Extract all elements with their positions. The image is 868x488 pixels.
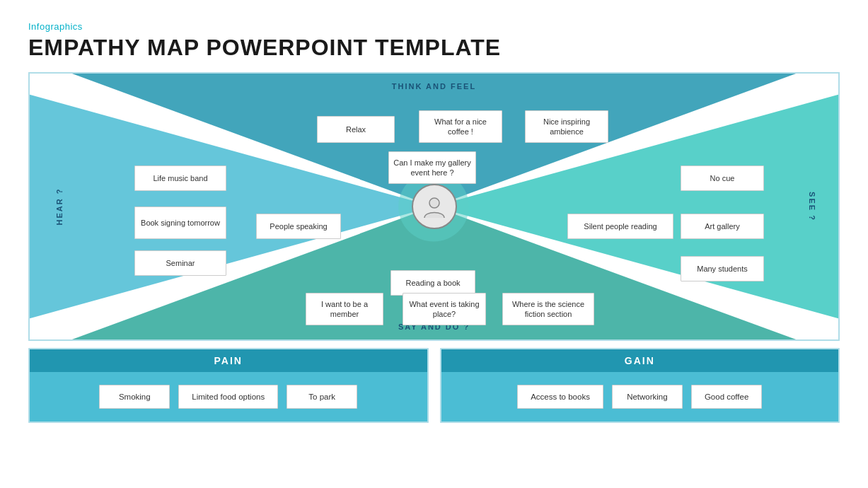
- pain-body: Smoking Limited food options To park: [30, 372, 427, 422]
- box-art-gallery: Art gallery: [681, 214, 764, 239]
- avatar: [412, 184, 457, 229]
- box-nice-ambience: Nice inspiring ambience: [525, 110, 608, 143]
- box-want-member: I want to be a member: [306, 293, 383, 325]
- pain-section: PAIN Smoking Limited food options To par…: [28, 348, 429, 423]
- box-can-gallery: Can I make my gallery event here ?: [388, 151, 476, 184]
- hear-label: HEAR ?: [55, 188, 64, 226]
- pain-item-3: To park: [287, 385, 357, 409]
- gain-item-1: Access to books: [517, 385, 603, 409]
- box-what-event: What event is taking place?: [403, 293, 486, 325]
- box-life-music: Life music band: [134, 165, 226, 191]
- gain-section: GAIN Access to books Networking Good cof…: [440, 348, 840, 423]
- box-book-signing: Book signing tomorrow: [134, 207, 226, 239]
- pain-item-1: Smoking: [99, 385, 170, 409]
- gain-item-3: Good coffee: [691, 385, 762, 409]
- box-silent-reading: Silent people reading: [567, 214, 673, 239]
- box-many-students: Many students: [681, 256, 764, 281]
- page-title: EMPATHY MAP POWERPOINT TEMPLATE: [28, 35, 840, 61]
- gain-header: GAIN: [441, 349, 839, 372]
- gain-item-2: Networking: [612, 385, 683, 409]
- box-relax: Relax: [317, 116, 395, 143]
- gain-body: Access to books Networking Good coffee: [441, 372, 839, 422]
- box-science-section: Where is the science fiction section: [502, 293, 594, 325]
- svg-point-5: [429, 198, 439, 208]
- subtitle: Infographics: [28, 21, 840, 32]
- see-label: SEE ?: [808, 192, 816, 221]
- box-seminar: Seminar: [134, 250, 226, 276]
- box-people-speaking: People speaking: [256, 214, 341, 239]
- box-reading-book: Reading a book: [390, 270, 475, 296]
- pain-item-2: Limited food options: [178, 385, 278, 409]
- pain-header: PAIN: [30, 349, 427, 372]
- think-feel-label: THINK AND FEEL: [392, 82, 476, 91]
- box-nice-coffee: What for a nice coffee !: [419, 110, 502, 143]
- diagram-container: THINK AND FEEL HEAR ? SEE ? SAY AND DO ?…: [28, 72, 840, 341]
- box-no-cue: No cue: [681, 165, 764, 191]
